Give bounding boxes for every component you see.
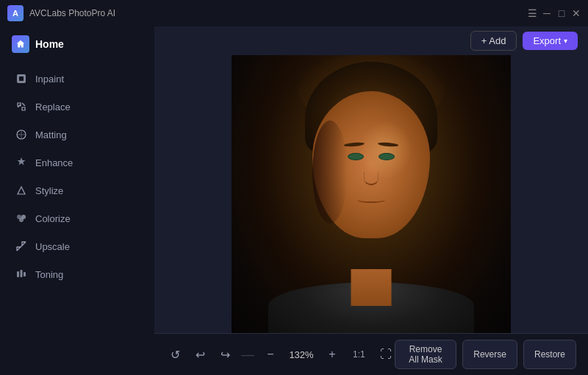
matting-icon — [15, 128, 28, 141]
sidebar-item-label: Enhance — [35, 157, 73, 168]
sidebar: Home Inpaint Replace Matting — [0, 26, 154, 375]
sidebar-item-label: Stylize — [35, 185, 63, 196]
sidebar-item-matting[interactable]: Matting — [0, 121, 154, 149]
sidebar-item-label: Replace — [35, 101, 71, 113]
bottom-bar: ↺ ↩ ↪ — − 132% + 1:1 ⛶ Remove All Mask R… — [154, 333, 588, 375]
add-label: + Add — [481, 35, 506, 46]
eye-left — [348, 153, 364, 160]
title-bar-left: A AVCLabs PhotoPro AI — [7, 5, 115, 21]
replace-icon — [15, 100, 28, 113]
app-logo: A — [7, 5, 24, 21]
nose — [364, 172, 379, 185]
sidebar-item-enhance[interactable]: Enhance — [0, 149, 154, 176]
colorize-icon — [15, 212, 28, 225]
neck — [351, 269, 392, 306]
undo-button[interactable]: ↩ — [191, 346, 209, 363]
window-controls: ☰ ─ □ ✕ — [528, 9, 581, 18]
svg-rect-5 — [21, 270, 23, 277]
redo-button[interactable]: ↪ — [216, 346, 234, 363]
fullscreen-button[interactable]: ⛶ — [377, 346, 395, 363]
content-area: + Add Export ▾ — [154, 26, 588, 375]
zoom-level: 132% — [287, 349, 316, 360]
main-layout: Home Inpaint Replace Matting — [0, 26, 588, 375]
content-toolbar: + Add Export ▾ — [154, 26, 588, 55]
sidebar-item-colorize[interactable]: Colorize — [0, 204, 154, 232]
sidebar-item-upscale[interactable]: Upscale — [0, 232, 154, 260]
svg-point-3 — [19, 218, 24, 222]
zoom-out-button[interactable]: − — [262, 346, 279, 363]
sidebar-item-label: Toning — [35, 269, 63, 280]
sidebar-item-stylize[interactable]: Stylize — [0, 176, 154, 204]
sidebar-item-label: Colorize — [35, 213, 71, 224]
upscale-icon — [15, 240, 28, 253]
minimize-button[interactable]: ─ — [542, 9, 551, 18]
sidebar-items: Inpaint Replace Matting Enhance — [0, 62, 154, 291]
close-button[interactable]: ✕ — [572, 9, 581, 18]
logo-letter: A — [12, 9, 18, 18]
zoom-fit-button[interactable]: 1:1 — [348, 348, 370, 361]
home-icon — [12, 35, 29, 53]
chevron-down-icon: ▾ — [564, 37, 567, 45]
face-shadow — [312, 121, 348, 224]
face-highlight — [359, 121, 412, 179]
sidebar-item-inpaint[interactable]: Inpaint — [0, 65, 154, 93]
mouth — [357, 197, 385, 203]
export-button[interactable]: Export ▾ — [523, 32, 578, 50]
svg-rect-6 — [24, 272, 26, 276]
image-canvas — [154, 55, 588, 333]
action-buttons: Remove All Mask Reverse Restore — [395, 340, 576, 369]
enhance-icon — [15, 156, 28, 169]
maximize-button[interactable]: □ — [557, 9, 566, 18]
face — [312, 91, 430, 238]
toning-icon — [15, 268, 28, 281]
sidebar-item-label: Upscale — [35, 241, 70, 252]
rotate-left-button[interactable]: ↺ — [166, 346, 184, 363]
home-label: Home — [35, 38, 64, 50]
app-title: AVCLabs PhotoPro AI — [29, 8, 115, 18]
sidebar-item-label: Matting — [35, 129, 67, 140]
add-button[interactable]: + Add — [470, 31, 517, 51]
stylize-icon — [15, 184, 28, 197]
sidebar-item-toning[interactable]: Toning — [0, 260, 154, 288]
sidebar-item-replace[interactable]: Replace — [0, 93, 154, 121]
sidebar-header[interactable]: Home — [0, 26, 154, 62]
zoom-controls: ↺ ↩ ↪ — − 132% + 1:1 ⛶ — [166, 346, 395, 363]
title-bar: A AVCLabs PhotoPro AI ☰ ─ □ ✕ — [0, 0, 588, 26]
sidebar-item-label: Inpaint — [35, 74, 64, 85]
reverse-button[interactable]: Reverse — [462, 340, 517, 369]
zoom-in-button[interactable]: + — [323, 346, 341, 363]
eye-right — [379, 153, 395, 160]
portrait-image — [232, 55, 511, 333]
inpaint-icon — [15, 72, 28, 85]
remove-all-mask-button[interactable]: Remove All Mask — [395, 340, 457, 369]
export-label: Export — [533, 35, 561, 46]
svg-rect-4 — [17, 271, 19, 277]
separator: — — [241, 347, 254, 362]
menu-button[interactable]: ☰ — [528, 9, 537, 18]
restore-button[interactable]: Restore — [523, 340, 576, 369]
